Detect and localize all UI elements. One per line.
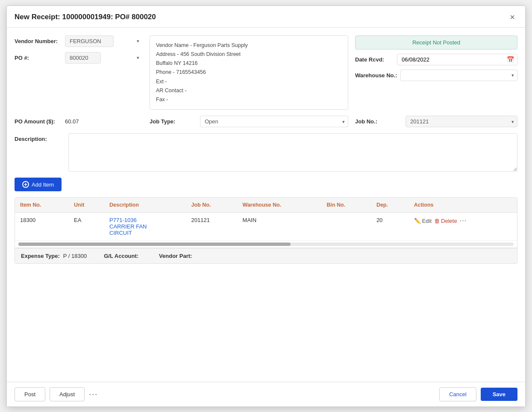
col-item-no: Item No. bbox=[15, 198, 69, 213]
description-textarea[interactable] bbox=[68, 133, 517, 172]
cell-item-no: 18300 bbox=[15, 213, 69, 241]
date-rcvd-input[interactable] bbox=[397, 54, 517, 65]
vendor-number-select[interactable]: FERGUSON bbox=[65, 35, 114, 47]
job-no-label: Job No.: bbox=[355, 118, 402, 125]
middle-section: PO Amount ($): 60.07 Job Type: Open Job … bbox=[15, 116, 517, 127]
po-amount-value: 60.07 bbox=[65, 118, 79, 125]
save-button[interactable]: Save bbox=[481, 388, 517, 401]
scrollbar-thumb bbox=[18, 243, 291, 246]
col-job-no: Job No. bbox=[186, 198, 238, 213]
col-dep: Dep. bbox=[371, 198, 409, 213]
post-button[interactable]: Post bbox=[15, 387, 45, 401]
row-more-button[interactable]: ··· bbox=[460, 217, 467, 225]
col-unit: Unit bbox=[69, 198, 104, 213]
vendor-address: Address - 456 South Division Street bbox=[156, 50, 342, 59]
footer-left: Post Adjust ··· bbox=[15, 387, 98, 401]
delete-icon: 🗑 bbox=[434, 218, 440, 224]
modal-header: New Receipt: 100000001949: PO# 800020 × bbox=[7, 6, 525, 28]
vendor-part-label: Vendor Part: bbox=[159, 253, 192, 259]
cell-warehouse-no: MAIN bbox=[238, 213, 322, 241]
edit-icon: ✏️ bbox=[414, 218, 421, 224]
po-select-wrapper: 800020 bbox=[65, 52, 143, 64]
po-row: PO #: 800020 bbox=[15, 52, 143, 64]
vendor-fax: Fax - bbox=[156, 95, 342, 104]
actions-cell: ✏️ Edit 🗑 Delete ··· bbox=[414, 217, 512, 225]
items-table: Item No. Unit Description Job No. Wareho… bbox=[15, 198, 517, 241]
add-item-button[interactable]: + Add Item bbox=[15, 178, 62, 191]
table-row: 18300 EA P771-1036 CARRIER FAN CIRCUIT 2… bbox=[15, 213, 517, 241]
description-label: Description: bbox=[15, 133, 62, 142]
vendor-name: Vendor Name - Ferguson Parts Supply bbox=[156, 41, 342, 50]
gl-account-label: G/L Account: bbox=[104, 253, 138, 259]
job-no-select[interactable]: 201121 bbox=[406, 116, 517, 127]
cancel-button[interactable]: Cancel bbox=[439, 387, 476, 401]
vendor-info-box: Vendor Name - Ferguson Parts Supply Addr… bbox=[150, 35, 348, 110]
edit-button[interactable]: ✏️ Edit bbox=[414, 218, 432, 224]
po-label: PO #: bbox=[15, 55, 62, 61]
vendor-number-label: Vendor Number: bbox=[15, 38, 62, 44]
job-type-select[interactable]: Open bbox=[200, 116, 348, 127]
receipt-status-banner: Receipt Not Posted bbox=[355, 35, 517, 50]
cell-dep: 20 bbox=[371, 213, 409, 241]
new-receipt-modal: New Receipt: 100000001949: PO# 800020 × … bbox=[6, 6, 526, 407]
cell-bin-no bbox=[321, 213, 371, 241]
left-column: Vendor Number: FERGUSON PO #: 800020 bbox=[15, 35, 143, 110]
warehouse-no-label: Warehouse No.: bbox=[355, 72, 397, 79]
vendor-city: Buffalo NY 14216 bbox=[156, 59, 342, 68]
expense-type-label: Expense Type: bbox=[21, 253, 60, 259]
description-row: Description: bbox=[15, 133, 517, 172]
cell-unit: EA bbox=[69, 213, 104, 241]
job-no-section: Job No.: 201121 bbox=[355, 116, 517, 127]
vendor-phone: Phone - 7165543456 bbox=[156, 68, 342, 77]
job-no-select-wrapper: 201121 bbox=[406, 116, 517, 127]
po-amount-row: PO Amount ($): 60.07 bbox=[15, 118, 143, 125]
desc-line-1: P771-1036 bbox=[109, 217, 181, 223]
modal-body: Vendor Number: FERGUSON PO #: 800020 bbox=[7, 28, 525, 382]
footer-right: Cancel Save bbox=[439, 387, 517, 401]
delete-button[interactable]: 🗑 Delete bbox=[434, 218, 457, 224]
add-item-label: Add Item bbox=[32, 181, 54, 188]
footer-more-button[interactable]: ··· bbox=[89, 390, 98, 399]
horizontal-scrollbar[interactable] bbox=[18, 243, 514, 246]
cell-actions: ✏️ Edit 🗑 Delete ··· bbox=[409, 213, 517, 241]
po-select[interactable]: 800020 bbox=[65, 52, 101, 64]
vendor-number-select-wrapper: FERGUSON bbox=[65, 35, 143, 47]
modal-footer: Post Adjust ··· Cancel Save bbox=[7, 382, 525, 406]
cell-job-no: 201121 bbox=[186, 213, 238, 241]
top-form-section: Vendor Number: FERGUSON PO #: 800020 bbox=[15, 35, 517, 110]
col-actions: Actions bbox=[409, 198, 517, 213]
modal-title: New Receipt: 100000001949: PO# 800020 bbox=[15, 13, 156, 21]
close-button[interactable]: × bbox=[507, 12, 517, 22]
col-bin-no: Bin No. bbox=[321, 198, 371, 213]
vendor-part-field: Vendor Part: bbox=[159, 253, 195, 259]
plus-circle-icon: + bbox=[22, 181, 29, 188]
col-warehouse-no: Warehouse No. bbox=[238, 198, 322, 213]
job-type-section: Job Type: Open bbox=[150, 116, 348, 127]
warehouse-no-select-wrapper bbox=[400, 70, 517, 81]
vendor-number-row: Vendor Number: FERGUSON bbox=[15, 35, 143, 47]
warehouse-no-select[interactable] bbox=[400, 70, 517, 81]
cell-description: P771-1036 CARRIER FAN CIRCUIT bbox=[104, 213, 186, 241]
job-type-label: Job Type: bbox=[150, 118, 197, 125]
adjust-button[interactable]: Adjust bbox=[50, 387, 85, 401]
edit-label: Edit bbox=[422, 218, 432, 224]
right-column: Receipt Not Posted Date Rcvd: 📅 Warehous… bbox=[355, 35, 517, 110]
expense-type-value: P / 18300 bbox=[63, 253, 87, 259]
vendor-ar-contact: AR Contact - bbox=[156, 86, 342, 95]
po-amount-label: PO Amount ($): bbox=[15, 118, 62, 125]
items-table-container: Item No. Unit Description Job No. Wareho… bbox=[15, 197, 517, 264]
table-header: Item No. Unit Description Job No. Wareho… bbox=[15, 198, 517, 213]
date-rcvd-row: Date Rcvd: 📅 bbox=[355, 54, 517, 65]
date-rcvd-label: Date Rcvd: bbox=[355, 56, 394, 63]
warehouse-no-row: Warehouse No.: bbox=[355, 70, 517, 81]
gl-account-field: G/L Account: bbox=[104, 253, 142, 259]
table-header-row: Item No. Unit Description Job No. Wareho… bbox=[15, 198, 517, 213]
date-input-wrapper: 📅 bbox=[397, 54, 517, 65]
job-type-select-wrapper: Open bbox=[200, 116, 348, 127]
col-description: Description bbox=[104, 198, 186, 213]
expense-row: Expense Type: P / 18300 G/L Account: Ven… bbox=[15, 248, 517, 263]
delete-label: Delete bbox=[441, 218, 457, 224]
desc-line-2: CARRIER FAN bbox=[109, 223, 181, 230]
expense-type-field: Expense Type: P / 18300 bbox=[21, 253, 87, 259]
desc-line-3: CIRCUIT bbox=[109, 230, 181, 236]
